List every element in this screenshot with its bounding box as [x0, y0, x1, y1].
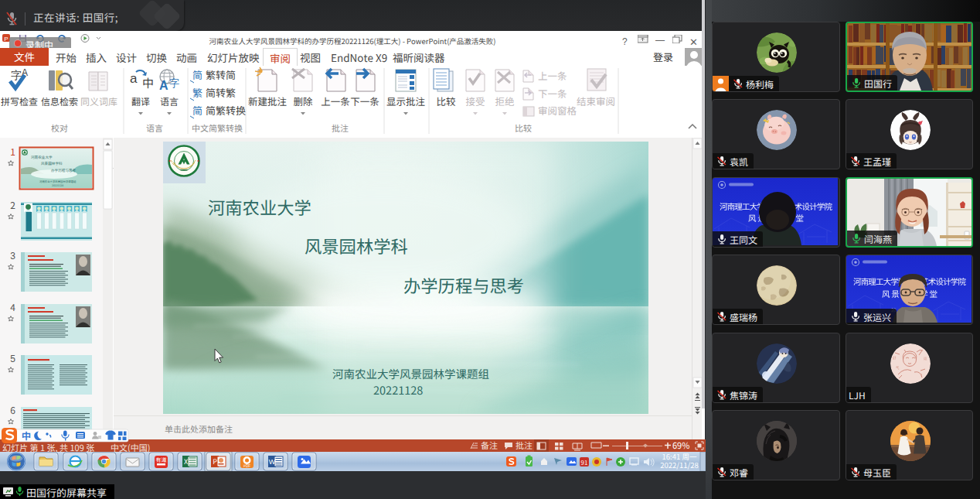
svg-text:河南农业大学: 河南农业大学 — [208, 194, 311, 219]
svg-text:5: 5 — [10, 351, 15, 364]
svg-text:有道: 有道 — [156, 456, 167, 463]
svg-text:比较: 比较 — [436, 94, 456, 108]
svg-text:简繁转换: 简繁转换 — [206, 103, 246, 118]
svg-text:同义词库: 同义词库 — [80, 94, 117, 108]
svg-text:结束审阅: 结束审阅 — [577, 94, 615, 108]
svg-text:X: X — [184, 456, 188, 467]
svg-text:中: 中 — [142, 74, 154, 91]
svg-text:简: 简 — [192, 103, 202, 118]
svg-text:好: 好 — [893, 355, 897, 361]
svg-text:P: P — [213, 456, 217, 467]
svg-text:下一条: 下一条 — [538, 86, 567, 101]
svg-text:繁转简: 繁转简 — [206, 67, 236, 82]
svg-text:河南农业大学: 河南农业大学 — [31, 155, 53, 159]
svg-text:校对: 校对 — [51, 121, 68, 134]
svg-text:4: 4 — [10, 300, 15, 313]
svg-text:繁: 繁 — [192, 85, 202, 100]
svg-text:河南农业大学风景园林学课题组: 河南农业大学风景园林学课题组 — [332, 365, 489, 381]
svg-text:风景园林学科: 风景园林学科 — [305, 233, 408, 258]
svg-text:拒绝: 拒绝 — [495, 94, 514, 108]
svg-text:上一条: 上一条 — [538, 68, 567, 83]
svg-text:语言: 语言 — [160, 94, 179, 108]
svg-text:PDF: PDF — [243, 463, 250, 468]
svg-text:批注: 批注 — [332, 121, 349, 134]
svg-text:A: A — [159, 75, 168, 94]
svg-text:接受: 接受 — [465, 94, 485, 108]
svg-text:69%: 69% — [672, 439, 689, 451]
svg-text:风景园林学科: 风景园林学科 — [41, 161, 63, 166]
svg-text:气: 气 — [895, 365, 900, 370]
svg-text:2022/11/28: 2022/11/28 — [660, 460, 699, 470]
svg-text:W: W — [269, 456, 276, 467]
svg-text:中: 中 — [22, 429, 31, 442]
svg-text:信息检索: 信息检索 — [41, 94, 78, 108]
svg-text:删除: 删除 — [293, 94, 313, 108]
svg-text:备注: 备注 — [481, 439, 498, 451]
svg-text:语言: 语言 — [146, 121, 163, 134]
svg-text:1: 1 — [10, 145, 15, 158]
svg-text:新建批注: 新建批注 — [248, 94, 288, 108]
svg-text:字: 字 — [169, 75, 179, 90]
svg-text:简转繁: 简转繁 — [206, 85, 236, 100]
svg-text:办学历程与思考: 办学历程与思考 — [51, 168, 77, 173]
svg-text:上一条: 上一条 — [321, 94, 350, 108]
svg-text:20221128: 20221128 — [52, 183, 63, 187]
svg-text:审阅窗格: 审阅窗格 — [538, 103, 577, 118]
svg-text:6: 6 — [10, 403, 15, 416]
svg-text:a: a — [130, 67, 138, 87]
svg-text:91: 91 — [581, 458, 588, 467]
svg-text:翻译: 翻译 — [131, 94, 150, 108]
svg-text:办学历程与思考: 办学历程与思考 — [403, 272, 524, 297]
svg-text:3: 3 — [10, 248, 15, 261]
svg-text:20221128: 20221128 — [373, 381, 423, 398]
svg-text:拼写检查: 拼写检查 — [1, 94, 38, 108]
svg-text:简: 简 — [192, 67, 202, 82]
svg-text:显示批注: 显示批注 — [386, 94, 426, 108]
svg-text:中文简繁转换: 中文简繁转换 — [192, 121, 243, 134]
svg-text:比较: 比较 — [515, 121, 532, 134]
svg-text:批注: 批注 — [516, 439, 533, 451]
svg-text:下一条: 下一条 — [350, 94, 379, 108]
svg-text:运: 运 — [924, 356, 927, 361]
svg-text:2: 2 — [10, 198, 15, 211]
svg-text:!: ! — [921, 373, 922, 378]
